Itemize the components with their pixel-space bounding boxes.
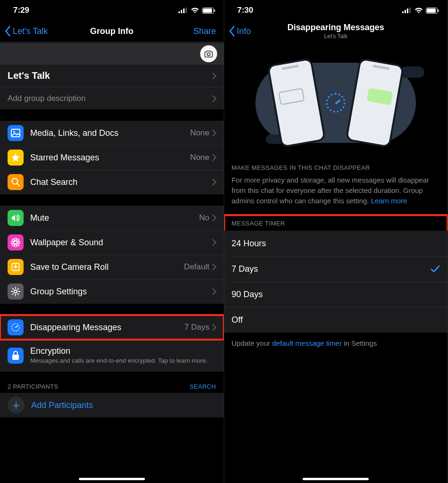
battery-icon [426, 8, 439, 14]
chat-search-row[interactable]: Chat Search [0, 170, 224, 194]
chevron-left-icon [5, 26, 11, 36]
svg-point-14 [15, 245, 17, 247]
participants-search[interactable]: SEARCH [190, 383, 216, 390]
page-subtitle: Let's Talk [287, 33, 384, 40]
gear-icon [8, 283, 24, 300]
svg-rect-0 [178, 11, 180, 13]
back-label: Let's Talk [13, 26, 48, 36]
chevron-right-icon [212, 154, 216, 161]
back-button[interactable]: Info [229, 26, 251, 36]
chevron-right-icon [212, 264, 216, 270]
default-timer-link[interactable]: default message timer [272, 339, 342, 347]
group-name: Let's Talk [8, 70, 50, 81]
page-title: Disappearing Messages [287, 23, 384, 33]
svg-rect-24 [12, 355, 19, 360]
home-indicator[interactable] [303, 478, 369, 480]
lock-icon [8, 348, 24, 364]
media-links-docs-row[interactable]: Media, Links, and Docs None [0, 121, 224, 145]
svg-rect-31 [438, 9, 439, 12]
svg-rect-2 [183, 8, 185, 13]
nav-bar: Info Disappearing Messages Let's Talk [224, 21, 448, 42]
photo-icon [8, 125, 24, 141]
svg-rect-28 [409, 8, 411, 13]
svg-rect-25 [402, 11, 404, 13]
learn-more-link[interactable]: Learn more [371, 197, 407, 205]
status-bar: 7:30 [224, 0, 448, 21]
svg-point-15 [11, 242, 14, 244]
svg-point-7 [207, 53, 210, 56]
share-button[interactable]: Share [193, 26, 219, 36]
chevron-right-icon [212, 73, 216, 79]
mute-row[interactable]: Mute No [0, 206, 224, 230]
starred-messages-row[interactable]: Starred Messages None [0, 145, 224, 170]
chevron-right-icon [212, 95, 216, 102]
timer-illustration-icon [326, 93, 346, 113]
svg-point-16 [18, 242, 20, 244]
svg-point-19 [12, 244, 15, 246]
wifi-icon [191, 8, 199, 14]
svg-line-11 [17, 183, 19, 186]
svg-point-20 [17, 244, 19, 246]
battery-icon [202, 8, 215, 14]
group-description-row[interactable]: Add group description [0, 87, 224, 109]
wallpaper-sound-row[interactable]: Wallpaper & Sound [0, 230, 224, 255]
add-participants-row[interactable]: + Add Participants [0, 393, 224, 417]
check-icon [431, 265, 440, 273]
cellular-icon [178, 8, 188, 13]
chevron-right-icon [212, 324, 216, 331]
timer-option-90-days[interactable]: 90 Days [224, 282, 448, 307]
status-icons [402, 8, 439, 14]
group-name-row[interactable]: Let's Talk [0, 64, 224, 87]
chevron-right-icon [212, 179, 216, 185]
back-button[interactable]: Let's Talk [5, 26, 48, 36]
participants-header: 2 PARTICIPANTS SEARCH [0, 383, 224, 393]
timer-option-24-hours[interactable]: 24 Hours [224, 231, 448, 256]
description-text: For more privacy and storage, all new me… [224, 175, 448, 215]
message-timer-section: MESSAGE TIMER 24 Hours 7 Days 90 Days [224, 215, 448, 307]
camera-icon [204, 50, 213, 58]
svg-rect-26 [405, 10, 406, 13]
timer-option-off[interactable]: Off [224, 307, 448, 333]
wifi-icon [414, 8, 423, 14]
avatar-section [0, 43, 224, 64]
participants-count: 2 PARTICIPANTS [8, 383, 59, 390]
screen-disappearing-messages: 7:30 Info Disappearing Messages Let's Ta… [224, 0, 448, 483]
footer-text: Update your default message timer in Set… [224, 333, 448, 354]
back-label: Info [237, 26, 251, 36]
svg-point-17 [12, 239, 15, 242]
chevron-left-icon [229, 26, 235, 36]
svg-rect-1 [181, 10, 182, 13]
content-scroll[interactable]: Let's Talk Add group description Media, … [0, 42, 224, 483]
download-icon [8, 259, 24, 275]
chevron-right-icon [212, 288, 216, 295]
disappearing-messages-row[interactable]: Disappearing Messages 7 Days [0, 315, 224, 340]
search-icon [8, 174, 24, 190]
camera-button[interactable] [200, 45, 217, 62]
svg-point-9 [13, 131, 15, 133]
svg-rect-8 [11, 129, 20, 137]
svg-rect-3 [186, 8, 187, 13]
svg-rect-27 [407, 8, 408, 13]
save-camera-roll-row[interactable]: Save to Camera Roll Default [0, 255, 224, 279]
section-header-timer: MESSAGE TIMER [224, 220, 448, 231]
encryption-row[interactable]: Encryption Messages and calls are end-to… [0, 340, 224, 372]
screen-group-info: 7:29 Let's Talk Group Info Share Let's T… [0, 0, 224, 483]
cellular-icon [402, 8, 412, 13]
phone-illustration-right [346, 58, 405, 148]
group-settings-row[interactable]: Group Settings [0, 279, 224, 304]
content-scroll[interactable]: MAKE MESSAGES IN THIS CHAT DISAPPEAR For… [224, 42, 448, 483]
svg-point-12 [14, 241, 17, 244]
speaker-icon [8, 210, 24, 226]
status-time: 7:29 [13, 6, 29, 15]
svg-rect-30 [427, 8, 436, 13]
group-description: Add group description [8, 94, 85, 103]
illustration [224, 42, 448, 164]
status-time: 7:30 [237, 6, 254, 15]
chevron-right-icon [212, 215, 216, 221]
nav-bar: Let's Talk Group Info Share [0, 21, 224, 42]
timer-icon [8, 319, 24, 335]
home-indicator[interactable] [79, 478, 145, 480]
plus-icon: + [8, 397, 25, 414]
timer-option-7-days[interactable]: 7 Days [224, 256, 448, 282]
status-icons [178, 8, 215, 14]
